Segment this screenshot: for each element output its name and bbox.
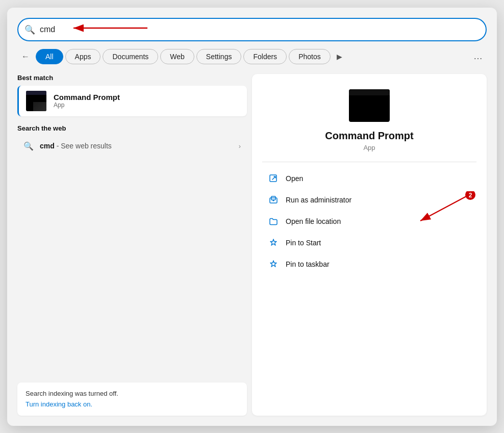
web-search-text: cmd - See web results xyxy=(40,142,233,150)
cmd-small-icon xyxy=(26,91,46,111)
pin-to-start-icon xyxy=(268,238,279,248)
tab-all[interactable]: All xyxy=(36,49,63,64)
tab-folders[interactable]: Folders xyxy=(243,49,287,64)
search-bar-container: 🔍 1 xyxy=(17,18,487,41)
play-button[interactable]: ▶ xyxy=(333,50,346,63)
app-type: App xyxy=(54,101,120,109)
search-window: 🔍 1 ← All Apps Documents Web Settings Fo… xyxy=(7,8,497,426)
tab-settings[interactable]: Settings xyxy=(196,49,242,64)
search-web-section: Search the web 🔍 cmd - See web results › xyxy=(17,124,247,156)
divider xyxy=(262,162,476,162)
pin-to-start-label: Pin to Start xyxy=(286,239,321,247)
pin-to-taskbar-label: Pin to taskbar xyxy=(286,260,330,268)
best-match-label: Best match xyxy=(17,74,247,82)
action-open-file-location[interactable]: Open file location xyxy=(262,211,476,232)
back-button[interactable]: ← xyxy=(17,48,34,65)
tab-photos[interactable]: Photos xyxy=(289,49,331,64)
run-as-admin-label: Run as administrator xyxy=(286,196,351,204)
best-match-text: Command Prompt App xyxy=(54,93,120,109)
pin-to-taskbar-icon xyxy=(268,259,279,269)
web-search-icon: 🔍 xyxy=(23,141,34,151)
app-detail-name: Command Prompt xyxy=(325,130,413,142)
more-button[interactable]: … xyxy=(469,49,487,64)
action-run-as-admin[interactable]: Run as administrator xyxy=(262,190,476,210)
action-pin-to-start[interactable]: Pin to Start xyxy=(262,233,476,253)
open-label: Open xyxy=(286,174,303,183)
cmd-large-icon: C:\>_ xyxy=(349,89,390,122)
bottom-notice-text: Search indexing was turned off. xyxy=(26,390,239,397)
search-web-label: Search the web xyxy=(17,124,247,132)
tab-apps[interactable]: Apps xyxy=(65,49,101,64)
web-search-item[interactable]: 🔍 cmd - See web results › xyxy=(17,136,247,156)
best-match-item[interactable]: Command Prompt App xyxy=(17,86,247,116)
app-name: Command Prompt xyxy=(54,93,120,101)
open-file-location-icon xyxy=(268,216,279,226)
open-icon xyxy=(268,173,279,184)
turn-indexing-on-link[interactable]: Turn indexing back on. xyxy=(26,400,92,408)
tab-documents[interactable]: Documents xyxy=(103,49,158,64)
left-panel: Best match Command Prompt App Search the… xyxy=(17,74,252,426)
open-file-location-label: Open file location xyxy=(286,217,341,225)
svg-point-5 xyxy=(273,199,274,201)
search-input[interactable] xyxy=(17,18,487,41)
action-open[interactable]: Open xyxy=(262,168,476,189)
tab-web[interactable]: Web xyxy=(160,49,194,64)
web-search-chevron: › xyxy=(239,142,241,150)
action-pin-to-taskbar[interactable]: Pin to taskbar xyxy=(262,254,476,274)
run-as-admin-icon xyxy=(268,195,279,205)
main-content: Best match Command Prompt App Search the… xyxy=(17,74,487,426)
bottom-notice: Search indexing was turned off. Turn ind… xyxy=(17,383,247,416)
app-detail-type: App xyxy=(363,144,375,151)
action-list: Open Run as administrator xyxy=(262,168,476,274)
filter-tabs: ← All Apps Documents Web Settings Folder… xyxy=(17,48,487,65)
right-panel: C:\>_ Command Prompt App Open xyxy=(252,74,487,416)
cmd-cursor: C:\>_ xyxy=(349,89,390,98)
